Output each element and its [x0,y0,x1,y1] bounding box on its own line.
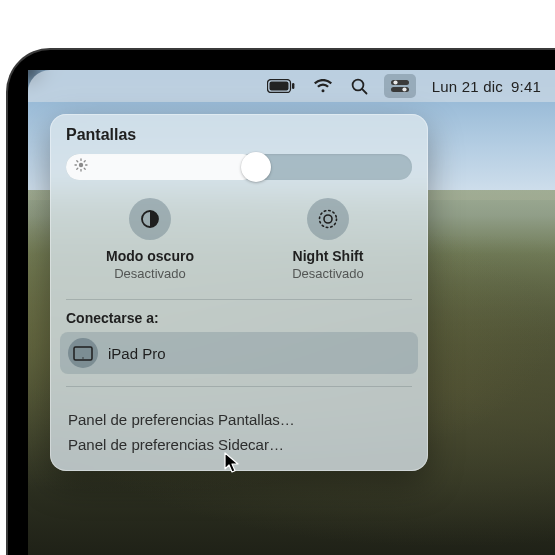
connect-item-label: iPad Pro [108,345,166,362]
battery-icon[interactable] [267,79,295,93]
brightness-low-icon [74,158,88,176]
panel-divider [66,386,412,387]
night-shift-toggle[interactable]: Night Shift Desactivado [244,198,412,281]
display-control-panel: Pantallas Modo oscuro Desactivado [50,114,428,471]
connect-section-label: Conectarse a: [50,310,428,332]
night-shift-icon [307,198,349,240]
dark-mode-icon [129,198,171,240]
svg-line-4 [362,89,366,93]
svg-line-15 [84,168,85,169]
svg-line-17 [84,161,85,162]
svg-point-19 [324,215,332,223]
wifi-icon[interactable] [313,79,333,93]
svg-line-14 [77,161,78,162]
menubar-time: 9:41 [511,78,541,95]
brightness-slider[interactable] [66,154,412,180]
svg-rect-2 [292,83,294,89]
svg-point-6 [393,80,397,84]
display-preferences-link[interactable]: Panel de preferencias Pantallas… [68,407,410,432]
svg-rect-1 [269,82,288,91]
night-shift-label: Night Shift [244,248,412,264]
menubar-clock[interactable]: Lun 21 dic 9:41 [432,78,541,95]
sidecar-preferences-link[interactable]: Panel de preferencias Sidecar… [68,432,410,457]
panel-title: Pantallas [66,126,412,144]
svg-point-22 [82,357,83,358]
panel-divider [66,299,412,300]
dark-mode-toggle[interactable]: Modo oscuro Desactivado [66,198,234,281]
control-center-icon[interactable] [384,74,416,98]
night-shift-state: Desactivado [244,266,412,281]
desktop-screen: Lun 21 dic 9:41 Pantallas [28,70,555,555]
dark-mode-state: Desactivado [66,266,234,281]
spotlight-search-icon[interactable] [351,78,368,95]
svg-line-16 [77,168,78,169]
menubar: Lun 21 dic 9:41 [28,70,555,102]
brightness-slider-knob[interactable] [241,152,271,182]
menubar-date: Lun 21 dic [432,78,503,95]
connect-item-ipad-pro[interactable]: iPad Pro [60,332,418,374]
svg-point-20 [320,211,337,228]
svg-point-8 [402,87,406,91]
laptop-frame: Lun 21 dic 9:41 Pantallas [6,48,555,555]
dark-mode-label: Modo oscuro [66,248,234,264]
svg-point-9 [79,163,83,167]
brightness-slider-fill [66,154,256,180]
ipad-icon [68,338,98,368]
